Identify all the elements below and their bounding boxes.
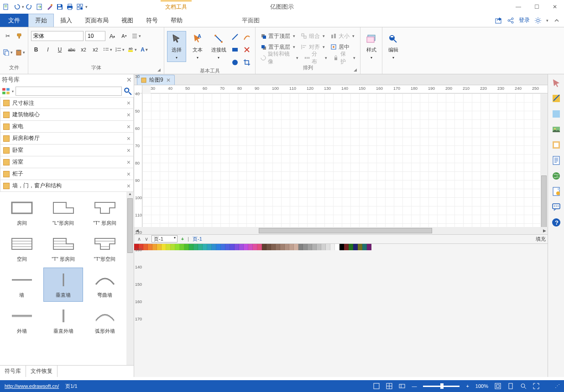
color-swatch[interactable] bbox=[353, 244, 358, 250]
line-spacing-icon[interactable] bbox=[131, 31, 141, 41]
distribute[interactable]: 分布 bbox=[302, 53, 329, 63]
search-icon[interactable] bbox=[124, 87, 132, 95]
color-swatch[interactable] bbox=[349, 244, 353, 250]
share-icon[interactable] bbox=[495, 17, 502, 24]
numbering-icon[interactable]: 12 bbox=[115, 45, 125, 55]
superscript-icon[interactable]: x2 bbox=[90, 45, 100, 55]
redo-icon[interactable] bbox=[25, 2, 34, 11]
layer-pane[interactable] bbox=[550, 108, 562, 120]
fit-width-icon[interactable] bbox=[507, 383, 514, 389]
color-swatch[interactable] bbox=[193, 244, 198, 250]
color-swatch[interactable] bbox=[203, 244, 207, 250]
page-link[interactable]: 页-1 bbox=[193, 236, 202, 242]
tab-symbols[interactable]: 符号 bbox=[140, 14, 164, 27]
color-swatch[interactable] bbox=[294, 244, 298, 250]
color-swatch[interactable] bbox=[171, 244, 175, 250]
curve-tool-icon[interactable] bbox=[242, 32, 252, 42]
color-swatch[interactable] bbox=[257, 244, 262, 250]
symbol-item[interactable]: 垂直外墙 bbox=[43, 304, 83, 338]
edit-button[interactable]: 编辑 ▾ bbox=[385, 31, 402, 62]
collapse-ribbon-icon[interactable] bbox=[553, 17, 560, 24]
tab-help[interactable]: 帮助 bbox=[164, 14, 189, 27]
color-swatch[interactable] bbox=[308, 244, 312, 250]
color-swatch[interactable] bbox=[157, 244, 162, 250]
file-menu[interactable]: 文件 bbox=[0, 14, 28, 27]
symbol-item[interactable]: 垂直墙 bbox=[43, 268, 83, 302]
minimize-button[interactable]: — bbox=[509, 0, 527, 14]
font-grow-icon[interactable]: A▴ bbox=[107, 31, 117, 41]
symbol-category[interactable]: 浴室× bbox=[0, 156, 134, 168]
color-pane[interactable] bbox=[550, 93, 562, 104]
library-icon[interactable] bbox=[2, 87, 10, 95]
color-swatch[interactable] bbox=[189, 244, 193, 250]
symbol-item[interactable]: "L"形房间 bbox=[43, 196, 83, 230]
view-mode-1-icon[interactable] bbox=[373, 383, 380, 389]
zoom-in-icon[interactable]: + bbox=[466, 383, 469, 389]
color-swatch[interactable] bbox=[358, 244, 362, 250]
comment-pane[interactable] bbox=[550, 201, 562, 213]
qat-more[interactable]: ▾ bbox=[85, 5, 88, 9]
category-close-icon[interactable]: × bbox=[127, 123, 131, 130]
italic-icon[interactable]: I bbox=[43, 45, 53, 55]
underline-icon[interactable]: U bbox=[55, 45, 65, 55]
undo-icon[interactable] bbox=[12, 2, 21, 11]
canvas-vscroll[interactable] bbox=[540, 93, 548, 227]
bullets-icon[interactable] bbox=[102, 45, 113, 55]
color-swatch[interactable] bbox=[312, 244, 317, 250]
color-swatch[interactable] bbox=[244, 244, 248, 250]
color-swatch[interactable] bbox=[239, 244, 244, 250]
category-close-icon[interactable]: × bbox=[127, 182, 131, 190]
size[interactable]: 大小 bbox=[329, 31, 356, 41]
color-swatch[interactable] bbox=[216, 244, 221, 250]
ellipse-tool-icon[interactable] bbox=[230, 57, 240, 67]
symbol-category[interactable]: 柜子× bbox=[0, 168, 134, 180]
fit-page-icon[interactable] bbox=[495, 383, 501, 389]
symbol-item[interactable]: "T" 形房间 bbox=[85, 196, 125, 230]
symbol-item[interactable]: 弧形外墙 bbox=[85, 304, 125, 338]
page-up-icon[interactable]: ∧ bbox=[136, 236, 142, 242]
bold-icon[interactable]: B bbox=[31, 45, 41, 55]
close-button[interactable]: ✕ bbox=[546, 0, 564, 14]
help-pane[interactable]: ? bbox=[550, 217, 562, 228]
symbol-item[interactable]: 外墙 bbox=[2, 304, 42, 338]
tab-page-layout[interactable]: 页面布局 bbox=[78, 14, 115, 27]
print-icon[interactable] bbox=[65, 2, 74, 11]
color-swatch[interactable] bbox=[276, 244, 280, 250]
highlight-icon[interactable]: ab bbox=[127, 45, 137, 55]
category-close-icon[interactable]: × bbox=[127, 159, 131, 166]
symbol-item[interactable]: 弯曲墙 bbox=[85, 268, 125, 302]
color-swatch[interactable] bbox=[221, 244, 225, 250]
font-family-select[interactable]: 宋体 bbox=[31, 31, 84, 41]
login-link[interactable]: 登录 bbox=[519, 16, 530, 24]
color-swatch[interactable] bbox=[166, 244, 171, 250]
resize-grip-icon[interactable]: ⋰ bbox=[555, 383, 559, 389]
color-swatch[interactable] bbox=[235, 244, 239, 250]
select-tool[interactable]: 选择 ▾ bbox=[167, 31, 186, 62]
cut-icon[interactable]: ✂ bbox=[3, 31, 13, 41]
canvas-hscroll[interactable]: ◀ ▶ bbox=[134, 227, 548, 234]
gear-dd[interactable]: ▾ bbox=[546, 18, 548, 23]
color-swatch[interactable] bbox=[143, 244, 148, 250]
strike-icon[interactable]: abc bbox=[67, 45, 77, 55]
color-swatch[interactable] bbox=[303, 244, 308, 250]
view-mode-3-icon[interactable] bbox=[399, 383, 405, 389]
connector-tool[interactable]: 连接线 ▾ bbox=[209, 31, 228, 62]
symbol-category[interactable]: 墙，门，窗户和结构× bbox=[0, 180, 134, 192]
category-close-icon[interactable]: × bbox=[127, 135, 131, 142]
color-swatch[interactable] bbox=[262, 244, 266, 250]
link-share-icon[interactable] bbox=[507, 17, 514, 24]
gear-icon[interactable] bbox=[534, 17, 542, 24]
symbol-search-select[interactable] bbox=[16, 87, 122, 96]
page-add-icon[interactable]: + bbox=[181, 236, 184, 242]
symbol-item[interactable]: 空间 bbox=[2, 232, 42, 266]
color-swatch[interactable] bbox=[321, 244, 326, 250]
bring-front[interactable]: 置于顶层 bbox=[258, 31, 297, 41]
copy-icon[interactable] bbox=[3, 47, 13, 57]
subscript-icon[interactable]: x2 bbox=[78, 45, 89, 55]
symbol-scrollbar[interactable]: ▲ bbox=[126, 192, 134, 365]
color-swatch[interactable] bbox=[344, 244, 349, 250]
color-swatch[interactable] bbox=[180, 244, 184, 250]
tab-view[interactable]: 视图 bbox=[115, 14, 140, 27]
fullscreen-icon[interactable] bbox=[533, 383, 539, 389]
color-swatch[interactable] bbox=[175, 244, 180, 250]
